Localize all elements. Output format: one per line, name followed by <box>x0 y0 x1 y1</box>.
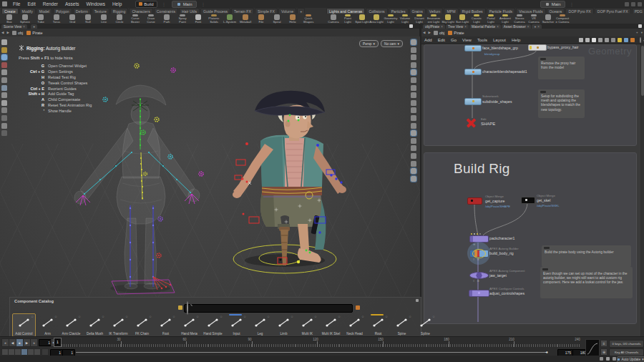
close-icon[interactable]: × <box>464 25 467 29</box>
shelf-tab[interactable]: Guide Process <box>200 8 230 14</box>
mirror-tool-icon[interactable] <box>1 115 7 121</box>
shelf-tab[interactable]: Deform <box>73 8 91 14</box>
menu-item[interactable]: Edit <box>435 38 448 42</box>
star-icon[interactable]: ☆ <box>267 315 270 318</box>
shelf-tool[interactable]: Spiral <box>269 14 285 24</box>
move-tool-icon[interactable] <box>1 54 7 60</box>
layout-icon[interactable] <box>625 2 629 6</box>
menu-item[interactable]: Layout <box>490 38 509 42</box>
shelf-tab[interactable]: Rigid Bodies <box>459 8 486 14</box>
key-tool-icon[interactable] <box>1 107 7 113</box>
shelf-tool[interactable]: Torus <box>49 14 64 24</box>
menu-item[interactable]: View <box>459 38 474 42</box>
shelf-tool[interactable]: L-System <box>222 14 238 24</box>
particles-icon[interactable] <box>411 100 416 106</box>
catalog-item[interactable]: ☆ Multi IK <box>296 313 319 337</box>
catalog-item[interactable]: ☆ Arm <box>36 313 59 337</box>
star-icon[interactable]: ☆ <box>125 315 128 318</box>
shelf-tab[interactable]: PDG <box>632 8 644 14</box>
display-mode-icon[interactable] <box>411 39 416 45</box>
view-tool-icon[interactable] <box>1 100 7 106</box>
star-icon[interactable]: ☆ <box>172 315 175 318</box>
shelf-tab[interactable]: Create <box>1 8 19 14</box>
gamma-icon[interactable] <box>411 153 416 159</box>
background-icon[interactable] <box>411 161 416 167</box>
node-face-blendshape-grp[interactable] <box>464 45 482 52</box>
playhead[interactable]: 1 <box>54 338 62 347</box>
shelf-tab[interactable]: Particles <box>389 8 409 14</box>
cameras-icon[interactable] <box>411 138 416 144</box>
shelf-tool[interactable]: Area Light <box>369 14 384 24</box>
list-icon[interactable] <box>605 38 609 42</box>
shelf-tool[interactable]: Stereo Camera <box>512 14 527 24</box>
shelf-tool[interactable]: Box <box>1 14 17 24</box>
sticky-note[interactable]: Remove the proxy hair from the model <box>538 57 585 79</box>
catalog-item[interactable]: ☆ Root <box>366 313 390 337</box>
star-icon[interactable]: ☆ <box>149 315 152 318</box>
node-jaw-target[interactable] <box>469 272 489 279</box>
search-icon[interactable] <box>638 38 641 42</box>
shade-mode-icon[interactable] <box>411 47 416 53</box>
node-characterblendshapesadd1[interactable] <box>464 69 482 75</box>
select-tool-icon[interactable] <box>1 39 7 45</box>
close-icon[interactable]: × <box>23 25 25 29</box>
menu-item[interactable]: Assets <box>62 1 83 6</box>
shelf-tool[interactable]: Point Light <box>341 14 355 24</box>
catalog-item[interactable]: ☆ FK Chain <box>130 313 154 337</box>
pose-tool-icon[interactable] <box>1 77 7 83</box>
star-icon[interactable]: ☆ <box>338 315 341 318</box>
catalog-search-box[interactable] <box>184 304 353 313</box>
star-icon[interactable]: ☆ <box>409 315 411 318</box>
shelf-tool[interactable]: Line <box>96 14 112 24</box>
forward-icon[interactable]: ▶ <box>428 31 430 34</box>
forward-icon[interactable]: ▶ <box>6 31 9 34</box>
wireframe-icon[interactable] <box>411 85 416 91</box>
pane-link-main[interactable]: Main <box>172 1 197 8</box>
node-get-capture[interactable] <box>467 197 482 205</box>
star-icon[interactable]: ☆ <box>432 315 435 318</box>
shelf-tool[interactable]: Metaball <box>238 14 253 24</box>
shelf-tool[interactable]: Path <box>159 14 175 24</box>
shelf-tab[interactable]: Lights and Cameras <box>326 8 365 14</box>
scale-tool-icon[interactable] <box>1 69 7 75</box>
shelf-tab[interactable]: Particle Fluids <box>487 8 516 14</box>
catalog-item[interactable]: ☆ Spine <box>390 313 414 337</box>
shelf-tab[interactable]: Terrain FX <box>231 8 254 14</box>
shelf-tool[interactable]: Quick Shapes <box>301 14 316 24</box>
shelf-tab[interactable]: DOP Pyro Fuel FX <box>595 8 631 14</box>
shape-palette-icon[interactable] <box>624 38 628 42</box>
sticky-note[interactable]: Build the pirate body using the Autorig … <box>542 245 631 267</box>
star-icon[interactable]: ☆ <box>196 315 199 318</box>
shelf-tool[interactable]: Grid <box>64 14 80 24</box>
menu-item[interactable]: Help <box>509 38 523 42</box>
memory-icon[interactable] <box>613 357 616 361</box>
pirate-character[interactable] <box>233 91 346 273</box>
catalog-item[interactable]: ☆ Multi IK Skel <box>319 313 343 337</box>
star-icon[interactable]: ☆ <box>291 315 293 318</box>
pane-link-main-right[interactable]: Main <box>540 1 565 8</box>
star-icon[interactable]: ☆ <box>361 315 364 318</box>
camera-mode-dropdown[interactable]: Persp ▾ <box>359 40 379 47</box>
shelf-tool[interactable]: Switcher <box>541 14 555 24</box>
shelf-tool[interactable]: Helix <box>285 14 301 24</box>
shelf-tool[interactable]: Platonic Solids <box>206 14 222 24</box>
desktop-selector[interactable]: Build <box>135 1 157 8</box>
snapshot-view-icon[interactable] <box>411 168 416 174</box>
dependency-icon[interactable] <box>611 38 615 42</box>
wrench-icon[interactable] <box>579 38 583 42</box>
catalog-item[interactable]: ☆ Limb <box>272 313 296 337</box>
path-node[interactable]: Pirate <box>454 31 464 35</box>
shelf-tab[interactable]: + <box>297 8 305 14</box>
network-scrollbar[interactable] <box>641 44 644 336</box>
node-subdivide-shapes[interactable] <box>464 98 482 105</box>
path-context[interactable]: obj <box>439 31 444 35</box>
snap-tool-icon[interactable] <box>1 92 7 98</box>
taskbar-icon[interactable] <box>630 38 635 42</box>
close-icon[interactable]: × <box>441 25 443 29</box>
shelf-tool[interactable]: Environment Light <box>426 14 441 24</box>
sticky-collapse-icon[interactable] <box>542 268 548 270</box>
range-lock-icon[interactable] <box>42 348 49 356</box>
hierarchy-icon[interactable] <box>585 38 590 42</box>
shelf-tool[interactable]: Spray Paint <box>175 14 190 24</box>
normals-icon[interactable] <box>411 77 416 83</box>
